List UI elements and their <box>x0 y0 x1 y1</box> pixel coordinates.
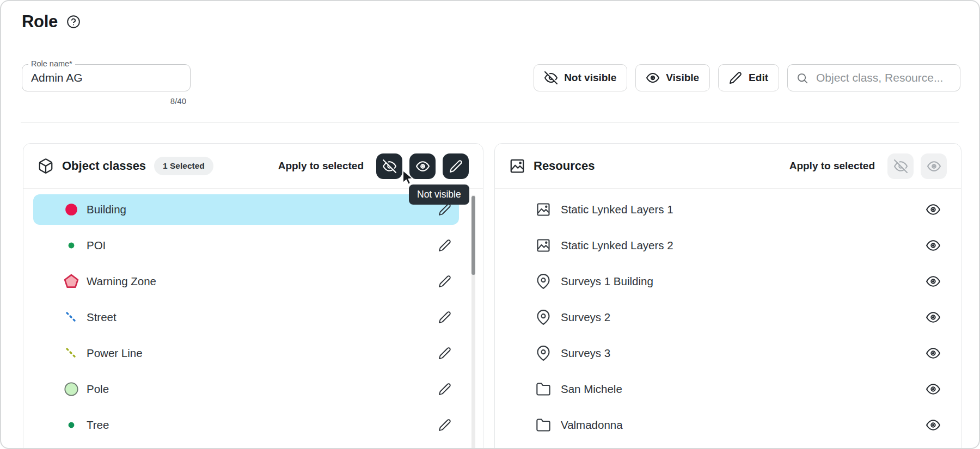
resource-row[interactable]: Valmadonna <box>509 410 947 440</box>
selected-count-badge: 1 Selected <box>154 157 213 175</box>
object-class-row[interactable]: POI <box>33 230 459 261</box>
object-class-shape-icon <box>63 273 79 290</box>
eye-icon[interactable] <box>926 418 940 432</box>
object-class-shape-icon <box>63 201 79 218</box>
edit-icon[interactable] <box>438 239 451 252</box>
role-name-counter: 8/40 <box>22 96 186 106</box>
mouse-cursor-icon <box>402 170 416 186</box>
edit-icon[interactable] <box>438 311 451 324</box>
map-pin-icon <box>536 274 551 289</box>
object-class-row[interactable]: Tree <box>33 410 459 440</box>
page-header: Role <box>22 12 81 32</box>
image-icon <box>536 238 551 253</box>
search-box <box>787 64 960 91</box>
object-class-shape-icon <box>63 381 79 397</box>
eye-icon[interactable] <box>926 202 940 217</box>
apply-to-selected-label: Apply to selected <box>789 160 875 172</box>
resource-row[interactable]: Surveys 1 Building <box>509 266 947 297</box>
apply-to-selected-label: Apply to selected <box>278 160 364 172</box>
object-class-row[interactable]: Pole <box>33 374 459 404</box>
header-divider <box>21 122 959 123</box>
object-class-shape-icon <box>63 417 79 433</box>
resource-label: Static Lynked Layers 1 <box>561 203 673 216</box>
eye-icon[interactable] <box>926 382 940 396</box>
scrollbar-track[interactable] <box>471 195 475 449</box>
eye-icon[interactable] <box>926 310 940 324</box>
eye-icon <box>927 159 941 173</box>
scrollbar-thumb[interactable] <box>471 196 475 275</box>
edit-icon[interactable] <box>438 383 451 396</box>
resource-row[interactable]: Static Lynked Layers 1 <box>509 194 947 225</box>
object-class-row[interactable]: Building <box>33 194 459 225</box>
eye-icon[interactable] <box>926 238 940 253</box>
bulk-not-visible-button[interactable] <box>376 153 402 179</box>
role-name-label: Role name* <box>28 59 75 68</box>
resource-label: San Michele <box>561 383 622 396</box>
folder-icon <box>536 382 551 397</box>
object-class-label: POI <box>87 239 106 252</box>
role-name-input[interactable] <box>22 65 190 91</box>
help-icon[interactable] <box>66 15 81 29</box>
object-classes-list: Building POI Warning Zone Street Power L… <box>23 189 483 440</box>
role-name-field: Role name* <box>22 64 191 91</box>
screen: Role Role name* 8/40 Not visible Visible… <box>0 0 980 449</box>
image-icon <box>536 202 551 217</box>
resource-label: Surveys 1 Building <box>561 275 653 288</box>
edit-button[interactable]: Edit <box>718 64 779 91</box>
eye-icon <box>416 159 430 173</box>
not-visible-button-label: Not visible <box>564 72 616 84</box>
object-class-label: Tree <box>87 419 109 432</box>
cube-icon <box>38 158 54 174</box>
edit-icon[interactable] <box>438 419 451 432</box>
resource-label: Static Lynked Layers 2 <box>561 239 673 252</box>
visible-button-label: Visible <box>666 72 699 84</box>
object-class-label: Warning Zone <box>87 275 156 288</box>
resource-row[interactable]: Surveys 2 <box>509 302 947 333</box>
pencil-icon <box>729 71 742 84</box>
top-actions: Not visible Visible Edit <box>534 64 960 91</box>
bulk-action-buttons <box>887 153 947 179</box>
tooltip: Not visible <box>409 184 469 205</box>
not-visible-button[interactable]: Not visible <box>534 64 627 91</box>
eye-icon[interactable] <box>926 274 940 288</box>
eye-off-icon <box>894 159 908 173</box>
object-class-label: Power Line <box>87 347 143 360</box>
folder-icon <box>536 417 551 433</box>
resources-panel: Resources Apply to selected Static Lynke… <box>494 143 961 449</box>
object-class-row[interactable]: Power Line <box>33 338 459 368</box>
resource-label: Valmadonna <box>561 419 623 432</box>
pencil-icon <box>449 159 463 173</box>
object-class-shape-icon <box>63 309 79 325</box>
eye-off-icon <box>383 159 396 173</box>
resources-list: Static Lynked Layers 1 Static Lynked Lay… <box>495 189 961 440</box>
edit-icon[interactable] <box>438 347 451 360</box>
visible-button[interactable]: Visible <box>635 64 710 91</box>
object-class-shape-icon <box>63 345 79 361</box>
bulk-edit-button[interactable] <box>443 153 469 179</box>
object-class-label: Building <box>87 203 126 216</box>
resource-row[interactable]: Surveys 3 <box>509 338 947 368</box>
eye-icon[interactable] <box>926 346 940 360</box>
resource-label: Surveys 3 <box>561 347 610 360</box>
object-class-row[interactable]: Warning Zone <box>33 266 459 297</box>
resource-row[interactable]: Static Lynked Layers 2 <box>509 230 947 261</box>
edit-button-label: Edit <box>749 72 768 84</box>
resources-title: Resources <box>534 159 595 173</box>
page-title: Role <box>22 12 58 32</box>
eye-off-icon <box>544 71 558 84</box>
edit-icon[interactable] <box>438 203 451 216</box>
resource-row[interactable]: San Michele <box>509 374 947 404</box>
resource-label: Surveys 2 <box>561 311 610 324</box>
search-icon <box>796 72 808 84</box>
edit-icon[interactable] <box>438 275 451 288</box>
search-input[interactable] <box>815 71 952 85</box>
bulk-not-visible-button-disabled <box>887 153 914 179</box>
image-icon <box>509 158 525 174</box>
role-window: Role Role name* 8/40 Not visible Visible… <box>0 0 980 449</box>
object-class-row[interactable]: Street <box>33 302 459 333</box>
resources-header: Resources Apply to selected <box>495 144 961 189</box>
bulk-visible-button-disabled <box>921 153 947 179</box>
object-class-shape-icon <box>63 237 79 254</box>
object-classes-title: Object classes <box>62 159 146 173</box>
object-class-label: Street <box>87 311 117 324</box>
